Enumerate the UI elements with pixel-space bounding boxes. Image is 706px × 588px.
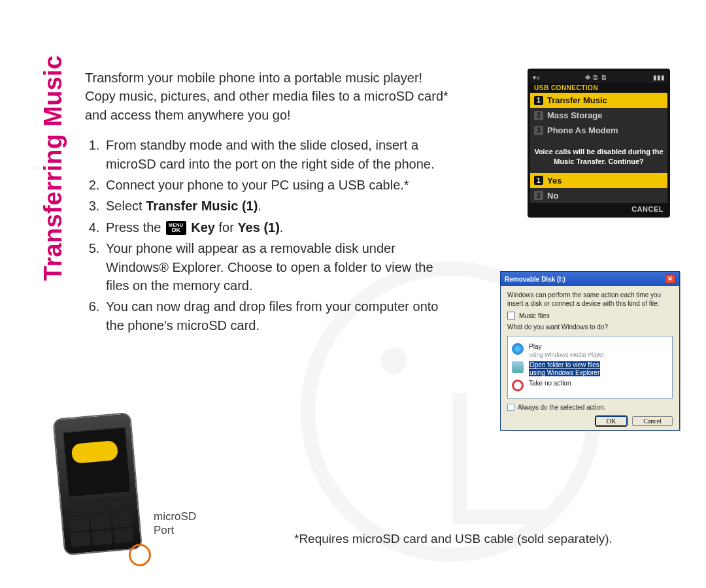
phone-confirm-no[interactable]: 2No (530, 188, 667, 203)
phone-menu-mass-storage[interactable]: 2Mass Storage (530, 108, 667, 123)
phone-menu-transfer-music[interactable]: 1Transfer Music (530, 93, 667, 108)
opt-play[interactable]: Playusing Windows Media Player (512, 343, 668, 359)
step-5: Your phone will appear as a removable di… (103, 239, 451, 295)
opt-take-no-action[interactable]: Take no action (512, 380, 668, 391)
step-3: Select Transfer Music (1). (103, 197, 451, 215)
battery-icon: ▮▮▮ (653, 74, 665, 81)
phone-section-label: USB Connection (530, 83, 667, 93)
status-icons: ✥ 🗎 🗎 (585, 74, 607, 81)
signal-icon: ▾◃ (533, 74, 539, 81)
main-content: Transform your mobile phone into a porta… (85, 69, 451, 337)
microsd-port-callout (127, 543, 152, 567)
close-icon[interactable]: ✕ (665, 274, 675, 284)
dialog-prompt: What do you want Windows to do? (507, 323, 673, 332)
phone-status-bar: ▾◃ ✥ 🗎 🗎 ▮▮▮ (530, 71, 667, 83)
opt-open-folder[interactable]: Open folder to view filesusing Windows E… (512, 361, 668, 377)
phone-usb-screenshot: ▾◃ ✥ 🗎 🗎 ▮▮▮ USB Connection 1Transfer Mu… (528, 69, 670, 218)
ok-key-icon: MENUOK (166, 221, 186, 235)
folder-icon (512, 361, 524, 373)
footnote: *Requires microSD card and USB cable (so… (294, 531, 613, 547)
phone-confirm-yes[interactable]: 1Yes (530, 173, 667, 188)
microsd-port-label: microSDPort (154, 510, 196, 538)
checkbox-icon[interactable] (507, 404, 514, 411)
windows-autoplay-dialog: Removable Disk (I:) ✕ Windows can perfor… (500, 271, 680, 431)
step-6: You can now drag and drop files from you… (103, 297, 451, 335)
wmp-icon (512, 343, 524, 355)
step-2: Connect your phone to your PC using a US… (103, 176, 451, 194)
step-1: From standby mode and with the slide clo… (103, 136, 451, 173)
step-4: Press the MENUOK Key for Yes (1). (103, 218, 451, 237)
phone-softkey-cancel[interactable]: Cancel (530, 203, 667, 215)
dialog-title: Removable Disk (I:) (505, 276, 565, 283)
cancel-button[interactable]: Cancel (632, 416, 673, 426)
dialog-action-list[interactable]: Playusing Windows Media Player Open fold… (507, 336, 673, 399)
ok-button[interactable]: OK (596, 416, 627, 426)
intro-paragraph: Transform your mobile phone into a porta… (85, 69, 451, 124)
dialog-filetype: Music files (507, 312, 673, 319)
music-file-icon (507, 312, 515, 319)
page-title: Transferring Music (39, 56, 67, 281)
no-action-icon (512, 380, 524, 391)
phone-menu-phone-as-modem[interactable]: 3Phone As Modem (530, 123, 667, 138)
phone-warning-text: Voice calls will be disabled during the … (530, 138, 667, 173)
phone-photo (52, 412, 154, 569)
dialog-titlebar: Removable Disk (I:) ✕ (501, 272, 679, 286)
always-checkbox[interactable]: Always do the selected action. (507, 404, 673, 411)
dialog-message: Windows can perform the same action each… (507, 291, 673, 308)
